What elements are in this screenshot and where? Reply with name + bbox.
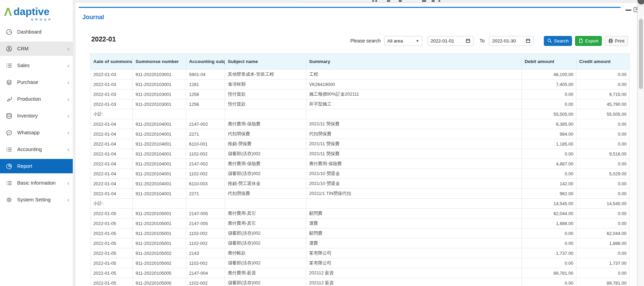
chevron-left-icon: ‹ [67,130,69,136]
sidebar-item-label: Production [17,96,41,102]
sidebar-item-report[interactable]: Report [0,159,73,173]
sidebar-item-sales[interactable]: Sales‹ [0,58,73,73]
sidebar-item-dashboard[interactable]: Dashboard [0,25,73,39]
accounting-icon [6,146,12,153]
print-button-label: Print [615,38,624,43]
table-cell: 2147-005 [186,209,225,219]
table-row: 2022-01-05911-202201050011102-002儲蓄部(活存)… [91,238,630,248]
table-cell: 儲蓄部(活存)002 [225,228,306,238]
table-cell: 1,737.00 [576,258,630,268]
printer-icon [608,38,613,43]
sidebar-item-basic-information[interactable]: Basic Information‹ [0,176,73,190]
logo-subtitle: GROUP [31,18,52,21]
table-cell: 9,516.00 [576,149,630,159]
table-cell: 911-20220104001 [133,159,186,169]
table-cell: 儲蓄部(活存)002 [225,258,306,268]
table-cell: 202112 薪資 [306,268,522,278]
calendar-icon[interactable] [526,38,530,43]
table-cell: 6110-003 [186,179,225,189]
table-cell: 0.00 [576,189,630,199]
table-cell: 某有限公司 [306,258,522,268]
production-icon [6,96,12,102]
system-setting-icon [6,197,12,203]
table-cell: 其他營業成本-安裝工程 [225,70,306,79]
table-cell: 某有限公司 [306,248,522,258]
sidebar-item-production[interactable]: Production‹ [0,92,73,106]
table-cell: 20211/1 TIN勞保代扣 [306,189,522,199]
table-row: 2022-01-05911-202201050052147-004應付費用-薪資… [91,268,630,278]
search-label: Please search [350,38,381,43]
sidebar-item-inventory[interactable]: Inventory‹ [0,109,73,123]
export-button-label: Export [585,38,598,43]
table-cell: 0.00 [576,209,630,219]
area-select-value: All area [387,38,403,43]
table-cell: 0.00 [522,149,576,159]
date-to-input[interactable]: 2022-01-30 [489,36,534,46]
sidebar-item-whatsapp[interactable]: Whatsapp‹ [0,125,73,140]
table-cell: 應付費用-其它 [225,219,306,228]
journal-table: Aate of summonsSummonse numberAccounting… [90,53,630,286]
sidebar-item-system-setting[interactable]: System Setting‹ [0,192,73,207]
crm-icon [6,46,12,52]
main-panel: Journal 2022-01 Please search All area ▼… [75,3,637,286]
sidebar-item-label: Whatsapp [17,130,39,135]
table-cell: 1,888.00 [576,238,630,248]
table-cell: 2021/11 勞保費 [306,139,522,149]
table-cell: 911-20220103001 [133,99,186,109]
table-cell: 2147-004 [186,268,225,278]
table-cell: 45,790.00 [576,99,630,109]
table-cell: 2022-01-05 [91,268,133,278]
table-cell: 4,887.00 [522,159,576,169]
calendar-icon[interactable] [466,38,470,43]
corner-button[interactable] [637,0,644,4]
table-cell: 1102-002 [186,238,225,248]
print-button[interactable]: Print [605,36,628,46]
report-icon [6,163,12,170]
table-cell: 962.00 [522,189,576,199]
export-button[interactable]: Export [575,36,602,46]
table-cell: 顧問費 [306,209,522,219]
table-cell: 2022-01-04 [91,159,133,169]
panel-accent-line [79,7,621,8]
toolbar-icon-fragment [422,0,426,2]
chevron-down-icon: ▼ [416,39,419,43]
search-toolbar: Please search All area ▼ 2022-01-01 To 2… [350,36,628,46]
table-cell: 1281 [186,79,225,89]
table-cell: 儲蓄部(活存)002 [225,169,306,179]
sidebar-item-crm[interactable]: CRM‹ [0,41,73,56]
table-cell: 應付費用-薪資 [225,268,306,278]
table-cell: 0.00 [522,258,576,268]
table-cell [225,199,306,209]
table-cell: 1102-002 [186,169,225,179]
chevron-left-icon: ‹ [67,147,69,152]
table-cell: 2021/10 勞退金 [306,169,522,179]
search-button[interactable]: Search [544,36,572,46]
date-from-input[interactable]: 2022-01-01 [428,36,473,46]
vertical-scrollbar[interactable] [637,7,644,286]
sidebar-menu: DashboardCRM‹Sales‹Purchase‹Production‹I… [0,25,73,209]
logo-mark: Λ [4,5,12,18]
table-cell: 2022-01-04 [91,119,133,129]
minimize-icon[interactable] [625,10,631,11]
table-cell: 0.00 [576,179,630,189]
toolbar-icon-fragment [438,0,440,2]
table-cell: 2022-01-05 [91,219,133,228]
scrollbar-thumb[interactable] [639,19,643,89]
table-cell: 1102-002 [186,149,225,159]
table-cell: 小計: [91,109,133,119]
sidebar-item-accounting[interactable]: Accounting‹ [0,142,73,157]
column-header: Subject name [225,54,306,70]
area-select[interactable]: All area ▼ [384,36,422,46]
table-row: 2022-01-04911-202201040012147-002應付費用-保險… [91,159,630,169]
table-cell: 2021/10 勞退金 [306,179,522,189]
toolbar-icon-fragment [372,0,374,2]
table-cell: 施工報價90%訂金202111 [306,89,522,99]
sidebar-item-purchase[interactable]: Purchase‹ [0,75,73,89]
table-cell: 911-20220103001 [133,89,186,99]
table-cell: 0.00 [576,70,630,79]
table-cell: 2271 [186,129,225,139]
table-cell: 2022-01-03 [91,99,133,109]
sidebar-item-label: System Setting [17,197,51,202]
inventory-icon [6,113,12,119]
file-icon [578,38,583,43]
